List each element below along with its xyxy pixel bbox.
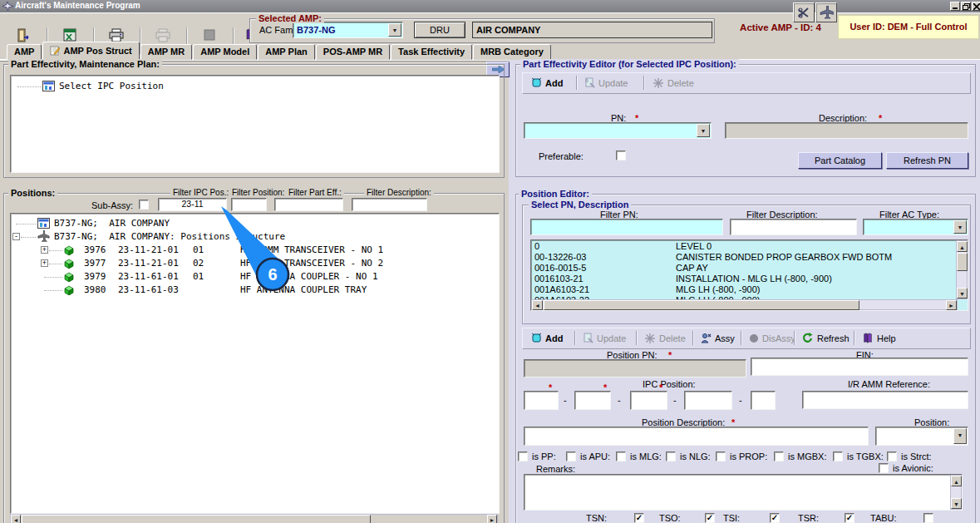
scroll-right-arrow[interactable]: ►: [487, 515, 497, 523]
tsn-checkbox[interactable]: ✓: [634, 513, 644, 523]
tab-amp-model[interactable]: AMP Model: [193, 44, 257, 60]
is-mlg-checkbox[interactable]: [616, 451, 626, 461]
is-pp-checkbox[interactable]: [518, 451, 528, 461]
ipc-segment-5-input[interactable]: [751, 391, 776, 410]
filter-ac-type-dropdown-button[interactable]: ▼: [953, 220, 967, 234]
tab-amp-pos-struct[interactable]: AMP Pos Struct: [42, 42, 139, 60]
is-prop-label: is PROP:: [730, 451, 767, 461]
active-amp-label: Active AMP - ID: 4: [726, 22, 835, 32]
tsn-label: TSN:: [586, 513, 607, 523]
close-window-button[interactable]: [972, 2, 980, 11]
help-button[interactable]: Help: [859, 330, 899, 346]
scroll-thumb[interactable]: [957, 253, 968, 271]
is-avionic-checkbox[interactable]: [879, 463, 889, 473]
filter-ac-type-combobox[interactable]: ▼: [863, 219, 968, 235]
tab-pos-amp-mr[interactable]: POS-AMP MR: [316, 44, 390, 60]
plan-tree[interactable]: Select IPC Position: [10, 75, 500, 173]
refresh-pn-button[interactable]: Refresh PN: [886, 152, 968, 169]
scroll-thumb[interactable]: [544, 300, 859, 310]
scroll-thumb[interactable]: [22, 515, 371, 523]
ac-family-combobox[interactable]: B737-NG ▼: [293, 22, 403, 38]
pn-dropdown-button[interactable]: ▼: [697, 124, 710, 137]
scroll-up-arrow[interactable]: ▲: [957, 241, 968, 252]
list-item[interactable]: 0016-0015-5 CAP AY: [531, 263, 968, 274]
sub-assy-label: Sub-Assy:: [91, 200, 133, 210]
collapse-node-icon[interactable]: -: [12, 233, 20, 240]
ipc-segment-3-input[interactable]: [630, 391, 667, 410]
filter-pn-input[interactable]: [530, 219, 723, 235]
remarks-vscrollbar[interactable]: ▲ ▼: [950, 475, 962, 510]
filter-description-input[interactable]: [352, 198, 427, 211]
fin-input[interactable]: [751, 358, 968, 376]
tree-row[interactable]: Select IPC Position: [11, 80, 499, 93]
tabu-checkbox[interactable]: [923, 513, 933, 523]
part-catalog-button[interactable]: Part Catalog: [798, 152, 882, 169]
tab-mrb-category[interactable]: MRB Category: [473, 44, 551, 60]
ac-family-dropdown-button[interactable]: ▼: [388, 23, 401, 37]
is-mgbx-checkbox[interactable]: [774, 451, 784, 461]
sub-assy-checkbox[interactable]: [139, 200, 149, 210]
restore-button[interactable]: [961, 2, 971, 11]
is-prop-checkbox[interactable]: [716, 451, 726, 461]
is-apu-checkbox[interactable]: [566, 451, 576, 461]
position-description-input[interactable]: [524, 427, 869, 446]
company-field[interactable]: AIR COMPANY: [472, 22, 712, 38]
scroll-down-arrow[interactable]: ▼: [957, 288, 968, 299]
airplane-icon: [820, 6, 834, 20]
ipc-segment-1-input[interactable]: [524, 391, 559, 410]
filter-description-input[interactable]: [730, 219, 857, 235]
list-item[interactable]: 001A6103-21 MLG LH (-800, -900): [531, 284, 968, 295]
refresh-button[interactable]: Refresh: [799, 330, 853, 346]
scroll-down-arrow[interactable]: ▼: [951, 498, 962, 509]
tsi-checkbox[interactable]: ✓: [770, 513, 780, 523]
pn-description-list[interactable]: 0 LEVEL 0 00-13226-03 CANISTER BONDED PR…: [530, 239, 968, 311]
tso-label: TSO:: [659, 513, 681, 523]
tso-checkbox[interactable]: ✓: [705, 513, 715, 523]
scroll-left-arrow[interactable]: ◄: [11, 515, 21, 523]
note-pencil-icon: [50, 46, 60, 56]
positions-tree-hscrollbar[interactable]: ◄ ►: [10, 514, 498, 523]
scroll-up-arrow[interactable]: ▲: [951, 476, 962, 486]
is-nlg-checkbox[interactable]: [666, 451, 676, 461]
ipc-segment-2-input[interactable]: [574, 391, 611, 410]
scroll-right-arrow[interactable]: ►: [946, 300, 957, 310]
pn-combobox[interactable]: ▼: [524, 122, 712, 139]
tab-amp-plan[interactable]: AMP Plan: [258, 44, 315, 60]
is-strct-checkbox[interactable]: [887, 451, 897, 461]
disassy-label: DisAssy: [762, 333, 795, 343]
tab-amp-mr[interactable]: AMP MR: [140, 44, 192, 60]
is-tgbx-checkbox[interactable]: [833, 451, 843, 461]
dru-button[interactable]: DRU: [414, 22, 465, 38]
tab-amp[interactable]: AMP: [7, 44, 42, 60]
assy-button[interactable]: Assy: [697, 330, 738, 346]
position-dropdown-button[interactable]: ▼: [953, 428, 967, 444]
list-item[interactable]: 0 LEVEL 0: [531, 241, 968, 252]
company-value: AIR COMPANY: [476, 25, 540, 35]
position-combobox[interactable]: ▼: [875, 427, 968, 446]
aircraft-tool-button-1[interactable]: [793, 2, 815, 22]
ir-amm-input[interactable]: [802, 391, 968, 409]
remarks-label: Remarks:: [536, 464, 575, 474]
list-hscrollbar[interactable]: ◄ ►: [531, 299, 958, 310]
list-item[interactable]: 0016103-21 INSTALLATION - MLG LH (-800, …: [531, 274, 968, 284]
list-pn: 001A6103-21: [534, 284, 589, 294]
minimize-button[interactable]: [950, 2, 960, 11]
remarks-textarea[interactable]: ▲ ▼: [524, 474, 963, 511]
list-item[interactable]: 00-13226-03 CANISTER BONDED PROP GEARBOX…: [531, 252, 968, 263]
scroll-left-arrow[interactable]: ◄: [532, 300, 543, 310]
ipc-position-label: IPC Position:: [643, 379, 696, 389]
pe-add-button[interactable]: Add: [528, 75, 566, 91]
expand-node-icon[interactable]: +: [41, 246, 48, 254]
tsr-checkbox[interactable]: ✓: [845, 513, 854, 523]
ipc-dash: -: [673, 395, 677, 405]
user-id-badge: User ID: DEM - Full Control: [838, 15, 979, 39]
list-vscrollbar[interactable]: ▲ ▼: [956, 240, 968, 299]
list-pn: 0016-0015-5: [534, 263, 586, 273]
update-icon: [583, 333, 593, 343]
preferable-checkbox[interactable]: [616, 150, 626, 160]
tab-task-effectivity[interactable]: Task Effectivity: [391, 44, 472, 60]
ipc-segment-4-input[interactable]: [684, 391, 732, 410]
expand-node-icon[interactable]: +: [41, 259, 48, 267]
pos-add-button[interactable]: Add: [528, 330, 566, 346]
aircraft-tool-button-2[interactable]: [815, 2, 837, 22]
